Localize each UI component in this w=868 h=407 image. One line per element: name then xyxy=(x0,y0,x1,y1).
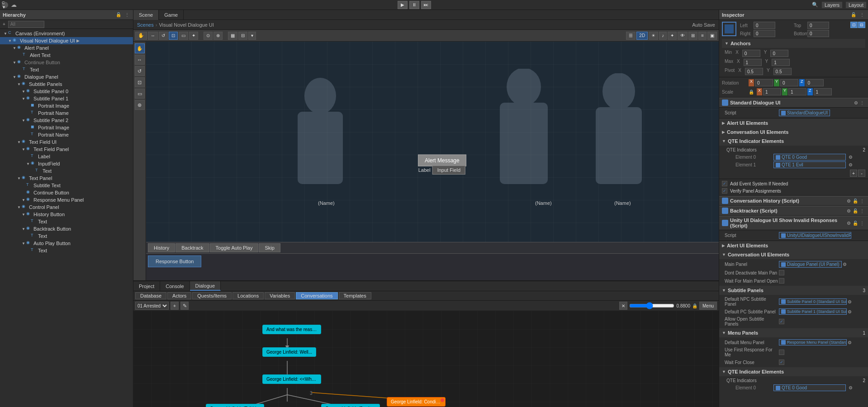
light-btn[interactable]: ☀ xyxy=(649,32,658,40)
layers-label[interactable]: Layers xyxy=(822,2,842,8)
gizmo-btn[interactable]: ⊞ xyxy=(688,32,697,40)
npc-ref-settings[interactable]: ⚙ xyxy=(847,299,853,304)
project-indicator[interactable]: C ▼ xyxy=(2,2,8,8)
move-tool[interactable]: ↔ xyxy=(148,32,158,40)
qte-0-settings[interactable]: ⚙ xyxy=(848,155,854,160)
hand-tool-btn[interactable]: ✋ xyxy=(135,43,145,53)
play-button[interactable]: ▶ xyxy=(398,1,408,9)
stretch-h-btn[interactable]: ⊡ xyxy=(850,22,858,28)
pc-ref-settings[interactable]: ⚙ xyxy=(847,309,853,314)
inspector-menu-btn[interactable]: ⋮ xyxy=(859,12,865,17)
add-event-checkbox[interactable] xyxy=(722,181,727,186)
left-input[interactable] xyxy=(754,22,775,29)
verify-panels-checkbox[interactable] xyxy=(722,188,727,194)
input-field-box[interactable]: Input Field xyxy=(432,166,465,175)
tree-item-autoplay-btn[interactable]: ▼ ◉ Auto Play Button xyxy=(0,240,133,247)
script-ref[interactable]: StandardDialogueUI xyxy=(779,109,830,116)
tree-item-text-input[interactable]: T Text xyxy=(0,167,133,175)
conv-history-more[interactable]: ⋮ xyxy=(859,199,865,204)
node-george-what[interactable]: George Linfield: <<What is xyxy=(262,374,321,384)
inspector-lock-btn[interactable]: 🔓 xyxy=(850,12,857,17)
rotate-tool[interactable]: ↺ xyxy=(159,32,168,40)
rot-x-input[interactable] xyxy=(755,79,773,86)
2d-btn[interactable]: 2D xyxy=(636,32,648,40)
qte-section2[interactable]: ▼ QTE Indicator Elements xyxy=(719,367,868,376)
search-icon[interactable]: 🔍 xyxy=(812,2,818,8)
tree-item-text1[interactable]: T Text xyxy=(0,66,133,73)
alert-ui-section[interactable]: ▶ Alert UI Elements xyxy=(719,118,868,128)
tree-item-dialogue-panel[interactable]: ▼ ◉ Dialogue Panel xyxy=(0,73,133,80)
tree-item-hist-text[interactable]: T Text xyxy=(0,218,133,225)
qte-0b-settings[interactable]: ⚙ xyxy=(848,385,854,390)
menu-panels-section[interactable]: ▼ Menu Panels 1 xyxy=(719,328,868,337)
rot-z-input[interactable] xyxy=(806,79,824,86)
qte-section[interactable]: ▼ QTE Indicator Elements xyxy=(719,137,868,146)
default-pc-ref[interactable]: Subtitle Panel 1 (Standard UI Subtitle P xyxy=(779,308,847,315)
conv-ui-section2[interactable]: ▼ Conversation UI Elements xyxy=(719,250,868,259)
grid-btn[interactable]: ▦ xyxy=(228,32,237,40)
step-button[interactable]: ⏭ xyxy=(421,1,431,9)
rect-tool[interactable]: ▭ xyxy=(179,32,188,40)
tab-templates[interactable]: Templates xyxy=(339,292,371,299)
toggle-auto-button[interactable]: Toggle Auto Play xyxy=(210,243,259,252)
tree-item-control-panel[interactable]: ▼ ◉ Control Panel xyxy=(0,204,133,211)
tree-item-back-text[interactable]: T Text xyxy=(0,232,133,240)
more-btn[interactable]: ▾ xyxy=(248,32,256,40)
qte-1-settings[interactable]: ⚙ xyxy=(848,162,854,167)
tree-item-textfield-panel[interactable]: ▼ ◉ Text Field Panel xyxy=(0,146,133,153)
tab-game[interactable]: Game xyxy=(159,10,184,20)
rot-y-input[interactable] xyxy=(780,79,798,86)
tab-database[interactable]: Database xyxy=(135,292,166,299)
show-invalid-more[interactable]: ⋮ xyxy=(859,221,865,226)
qte-1-ref[interactable]: QTE 1 Evil xyxy=(773,161,846,168)
tree-item-subtitle1[interactable]: ▼ ◉ Subtitle Panel 1 xyxy=(0,95,133,102)
show-invalid-ref[interactable]: UnityUIDialogueUIShowInvalidRespo... xyxy=(779,232,851,239)
edit-conversation-btn[interactable]: ✎ xyxy=(180,302,189,310)
backtracker-more[interactable]: ⋮ xyxy=(859,208,865,213)
qte-remove-btn[interactable]: - xyxy=(858,170,865,177)
audio-btn[interactable]: ♪ xyxy=(659,32,667,40)
camera-btn[interactable]: ☰ xyxy=(626,32,636,40)
default-menu-ref[interactable]: Response Menu Panel (Standard UI Me xyxy=(779,339,847,345)
tab-dialogue[interactable]: Dialogue xyxy=(190,281,221,291)
node-george-well[interactable]: George Linfield: Well... xyxy=(262,347,316,357)
tree-item-ap-text[interactable]: T Text xyxy=(0,247,133,254)
fx-btn[interactable]: ✦ xyxy=(668,32,677,40)
qte-0-ref[interactable]: QTE 0 Good xyxy=(773,154,846,161)
tree-item-label[interactable]: T Label xyxy=(0,153,133,160)
default-npc-ref[interactable]: Subtitle Panel 0 (Standard UI Subtitle P xyxy=(779,298,847,305)
skip-button[interactable]: Skip xyxy=(259,243,280,252)
tab-locations[interactable]: Locations xyxy=(232,292,264,299)
node-and-what[interactable]: And what was the reason fo xyxy=(262,325,321,334)
scale-x-input[interactable] xyxy=(763,88,781,95)
layout-label[interactable]: Layout xyxy=(846,2,866,8)
tree-item-textfield-ui[interactable]: ▼ ◉ Text Field UI xyxy=(0,138,133,146)
dont-deactivate-checkbox[interactable] xyxy=(779,270,784,275)
node-george-tell[interactable]: George Linfield: (Tell him xyxy=(206,404,264,407)
pivot-x[interactable] xyxy=(745,68,763,75)
hand-tool[interactable]: ✋ xyxy=(135,32,147,40)
tab-scene[interactable]: Scene xyxy=(133,10,159,20)
anchors-section-header[interactable]: ▼ Anchors xyxy=(722,39,865,48)
close-conversation-btn[interactable]: ✕ xyxy=(619,302,627,310)
layers-btn[interactable]: ≡ xyxy=(698,32,707,40)
hidden-btn[interactable]: 👁 xyxy=(678,32,688,40)
tab-variables[interactable]: Variables xyxy=(265,292,295,299)
rotate-tool-btn[interactable]: ↺ xyxy=(135,66,145,76)
local-btn[interactable]: ⊕ xyxy=(213,32,223,40)
tree-item-text-panel[interactable]: ▼ ◉ Text Panel xyxy=(0,175,133,182)
backtracker-settings[interactable]: ⚙ xyxy=(846,208,852,213)
node-canvas[interactable]: 2 3 And what was the reason fo xyxy=(133,311,719,407)
anchor-min-y[interactable] xyxy=(770,50,788,57)
scale-z-input[interactable] xyxy=(814,88,832,95)
tree-item-subtitle2[interactable]: ▼ ◉ Subtitle Panel 2 xyxy=(0,117,133,124)
scale-y-input[interactable] xyxy=(788,88,806,95)
breadcrumb-scenes[interactable]: Scenes xyxy=(137,22,154,28)
wait-main-panel-checkbox[interactable] xyxy=(779,278,784,284)
tree-item-portrait-img1[interactable]: ◼ Portrait Image xyxy=(0,102,133,109)
hierarchy-search-input[interactable] xyxy=(8,21,44,28)
backtracker-lock[interactable]: 🔓 xyxy=(852,208,859,213)
response-button[interactable]: Response Button xyxy=(148,256,201,267)
custom-tool-btn[interactable]: ⊛ xyxy=(135,100,145,110)
menu-button[interactable]: Menu xyxy=(699,302,717,310)
